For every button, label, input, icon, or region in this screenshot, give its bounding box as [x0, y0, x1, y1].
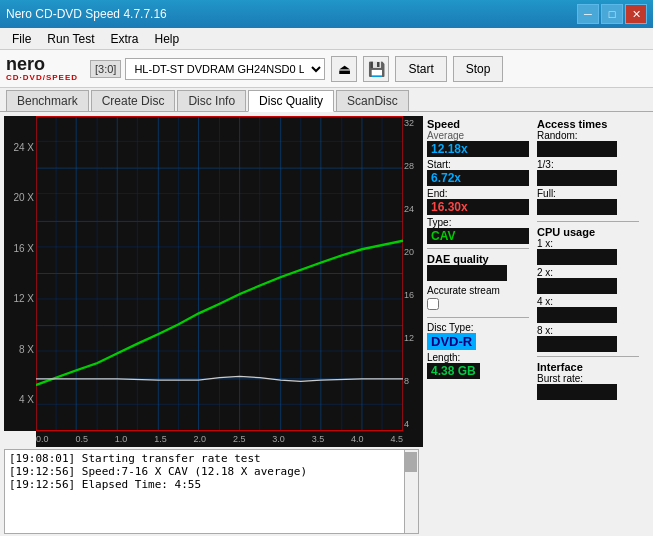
stop-button[interactable]: Stop [453, 56, 504, 82]
one-third-label: 1/3: [537, 159, 639, 170]
menu-help[interactable]: Help [147, 30, 188, 48]
cpu-1x-label: 1 x: [537, 238, 639, 249]
x-4.0: 4.0 [351, 434, 364, 444]
menu-extra[interactable]: Extra [102, 30, 146, 48]
y-label-24: 24 X [6, 142, 34, 153]
y-right-12: 12 [404, 333, 422, 343]
log-scrollbar[interactable] [404, 450, 418, 533]
chart-and-log: 24 X 20 X 16 X 12 X 8 X 4 X [0, 112, 423, 536]
y-axis-right: 32 28 24 20 16 12 8 4 [403, 116, 423, 431]
x-2.5: 2.5 [233, 434, 246, 444]
drive-combo[interactable]: HL-DT-ST DVDRAM GH24NSD0 LH00 [125, 58, 325, 80]
menu-file[interactable]: File [4, 30, 39, 48]
menu-bar: File Run Test Extra Help [0, 28, 653, 50]
log-line-1: [19:08:01] Starting transfer rate test [9, 452, 414, 465]
random-value [537, 141, 617, 157]
minimize-button[interactable]: ─ [577, 4, 599, 24]
speed-average-value: 12.18x [427, 141, 529, 157]
eject-button[interactable]: ⏏ [331, 56, 357, 82]
speed-type-value: CAV [427, 228, 529, 244]
x-axis-labels: 0.0 0.5 1.0 1.5 2.0 2.5 3.0 3.5 4.0 4.5 [36, 431, 423, 447]
chart-svg-container [36, 116, 403, 431]
y-right-28: 28 [404, 161, 422, 171]
cpu-8x-value [537, 336, 617, 352]
interface-section: Interface Burst rate: [537, 356, 639, 400]
nero-logo-sub: CD·DVD/SPEED [6, 73, 78, 82]
speed-type-label: Type: [427, 217, 529, 228]
log-line-3: [19:12:56] Elapsed Time: 4:55 [9, 478, 414, 491]
middle-row: 24 X 20 X 16 X 12 X 8 X 4 X [0, 112, 653, 536]
y-right-20: 20 [404, 247, 422, 257]
save-button[interactable]: 💾 [363, 56, 389, 82]
x-3.5: 3.5 [312, 434, 325, 444]
tab-scandisc[interactable]: ScanDisc [336, 90, 409, 111]
dae-quality-label: DAE quality [427, 253, 529, 265]
chart-container: 24 X 20 X 16 X 12 X 8 X 4 X [4, 116, 423, 431]
cpu-1x-value [537, 249, 617, 265]
speed-end-value: 16.30x [427, 199, 529, 215]
tab-disc-quality[interactable]: Disc Quality [248, 90, 334, 112]
cpu-8x-label: 8 x: [537, 325, 639, 336]
burst-value [537, 384, 617, 400]
cpu-2x-label: 2 x: [537, 267, 639, 278]
tab-benchmark[interactable]: Benchmark [6, 90, 89, 111]
disc-type-value: DVD-R [427, 333, 476, 350]
speed-start-label: Start: [427, 159, 451, 170]
x-0.0: 0.0 [36, 434, 49, 444]
x-4.5: 4.5 [390, 434, 403, 444]
accurate-stream-label: Accurate stream [427, 285, 529, 296]
speed-title: Speed [427, 118, 529, 130]
y-right-24: 24 [404, 204, 422, 214]
x-3.0: 3.0 [272, 434, 285, 444]
full-value [537, 199, 617, 215]
x-2.0: 2.0 [194, 434, 207, 444]
y-right-8: 8 [404, 376, 422, 386]
nero-logo: nero CD·DVD/SPEED [6, 55, 78, 82]
y-label-12: 12 X [6, 293, 34, 304]
disc-length-value: 4.38 GB [427, 363, 480, 379]
tabs: Benchmark Create Disc Disc Info Disc Qua… [0, 88, 653, 112]
disc-type-label: Disc Type: [427, 322, 529, 333]
y-label-20: 20 X [6, 192, 34, 203]
y-right-4: 4 [404, 419, 422, 429]
x-0.5: 0.5 [75, 434, 88, 444]
speed-end-label: End: [427, 188, 529, 199]
full-label: Full: [537, 188, 639, 199]
burst-label: Burst rate: [537, 373, 639, 384]
speed-average-label: Average [427, 130, 529, 141]
dae-quality-value [427, 265, 507, 281]
speed-section: Speed Average 12.18x Start: 6.72x End: 1… [427, 118, 529, 244]
title-bar-title: Nero CD-DVD Speed 4.7.7.16 [6, 7, 167, 21]
cpu-section: CPU usage 1 x: 2 x: 4 x: 8 x: [537, 221, 639, 354]
drive-label: [3:0] [90, 60, 121, 78]
cpu-2x-value [537, 278, 617, 294]
x-1.0: 1.0 [115, 434, 128, 444]
title-bar: Nero CD-DVD Speed 4.7.7.16 ─ □ ✕ [0, 0, 653, 28]
y-label-16: 16 X [6, 243, 34, 254]
log-scroll-thumb[interactable] [405, 452, 417, 472]
close-button[interactable]: ✕ [625, 4, 647, 24]
menu-runtest[interactable]: Run Test [39, 30, 102, 48]
chart-svg [36, 116, 403, 431]
disc-section: Disc Type: DVD-R Length: 4.38 GB [427, 317, 529, 379]
start-button[interactable]: Start [395, 56, 446, 82]
x-1.5: 1.5 [154, 434, 167, 444]
right-stats: Access times Random: 1/3: Full: CPU usag… [533, 112, 643, 536]
access-section: Access times Random: 1/3: Full: [537, 118, 639, 219]
toolbar: nero CD·DVD/SPEED [3:0] HL-DT-ST DVDRAM … [0, 50, 653, 88]
accurate-stream-checkbox-row [427, 298, 529, 313]
interface-title: Interface [537, 361, 639, 373]
stats-row: Speed Average 12.18x Start: 6.72x End: 1… [423, 112, 653, 536]
tab-create-disc[interactable]: Create Disc [91, 90, 176, 111]
speed-start-row: Start: [427, 159, 529, 170]
log-content: [19:08:01] Starting transfer rate test [… [5, 450, 418, 493]
accurate-stream-checkbox[interactable] [427, 298, 439, 310]
y-axis-left: 24 X 20 X 16 X 12 X 8 X 4 X [4, 116, 36, 431]
maximize-button[interactable]: □ [601, 4, 623, 24]
title-bar-controls: ─ □ ✕ [577, 4, 647, 24]
tab-disc-info[interactable]: Disc Info [177, 90, 246, 111]
speed-start-value: 6.72x [427, 170, 529, 186]
y-right-32: 32 [404, 118, 422, 128]
disc-length-label: Length: [427, 352, 529, 363]
random-label: Random: [537, 130, 639, 141]
